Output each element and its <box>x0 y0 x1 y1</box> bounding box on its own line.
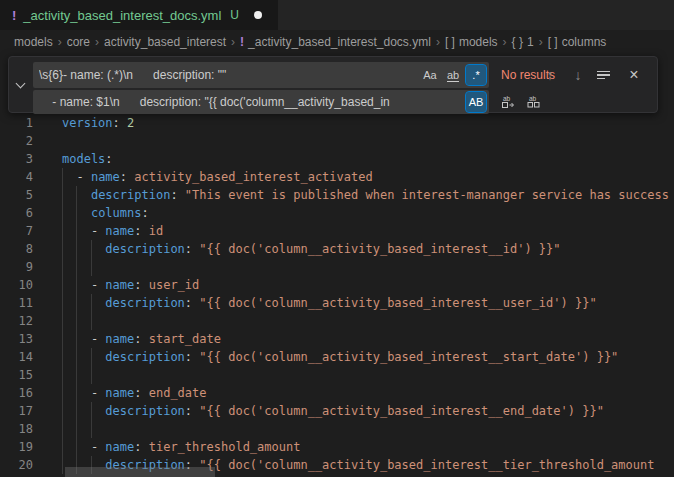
breadcrumb-separator-icon: › <box>436 35 440 49</box>
line-number[interactable]: 9 <box>0 258 45 276</box>
breadcrumb-separator-icon: › <box>539 35 543 49</box>
find-input-box: Aa ab .* <box>33 62 489 88</box>
breadcrumb-item-_activity_based_interest_docs.yml[interactable]: !_activity_based_interest_docs.yml <box>240 35 431 49</box>
replace-all-button[interactable]: ab <box>525 93 543 111</box>
line-number[interactable]: 1 <box>0 114 45 132</box>
code-line[interactable]: 11 description: "{{ doc('column__activit… <box>0 294 674 312</box>
breadcrumb-item-core[interactable]: core <box>67 35 90 49</box>
line-number[interactable]: 13 <box>0 330 45 348</box>
line-number[interactable]: 8 <box>0 240 45 258</box>
match-case-button[interactable]: Aa <box>420 65 440 85</box>
indent-guide <box>76 204 77 222</box>
code-lines: 1version: 223models:4 - name: activity_b… <box>0 114 674 474</box>
breadcrumb-label: 1 <box>527 35 534 49</box>
code-line[interactable]: 15 <box>0 366 674 384</box>
breadcrumb: models›core›activity_based_interest›!_ac… <box>0 30 674 54</box>
indent-guide <box>76 276 77 294</box>
code-line[interactable]: 14 description: "{{ doc('column__activit… <box>0 348 674 366</box>
indent-guide <box>62 186 63 204</box>
breadcrumb-label: _activity_based_interest_docs.yml <box>248 35 431 49</box>
replace-input[interactable] <box>33 95 466 109</box>
breadcrumb-item-1[interactable]: { }1 <box>512 35 534 49</box>
line-number[interactable]: 10 <box>0 276 45 294</box>
code-line[interactable]: 12 <box>0 312 674 330</box>
breadcrumb-separator-icon: › <box>58 35 62 49</box>
close-find-widget-button[interactable]: × <box>625 66 643 84</box>
line-number[interactable]: 3 <box>0 150 45 168</box>
indent-guide <box>91 258 92 276</box>
line-number[interactable]: 6 <box>0 204 45 222</box>
line-number[interactable]: 19 <box>0 438 45 456</box>
code-line[interactable]: 19 - name: tier_threshold_amount <box>0 438 674 456</box>
line-number[interactable]: 5 <box>0 186 45 204</box>
code-line[interactable]: 6 columns: <box>0 204 674 222</box>
indent-guide <box>76 222 77 240</box>
find-previous-button[interactable]: ↑ <box>541 66 559 84</box>
code-line[interactable]: 10 - name: user_id <box>0 276 674 294</box>
code-content <box>45 132 674 150</box>
tab-title: _activity_based_interest_docs.yml <box>23 8 221 23</box>
indent-guide <box>76 312 77 330</box>
line-number[interactable]: 16 <box>0 384 45 402</box>
tab-bar: ! _activity_based_interest_docs.yml U <box>0 0 674 30</box>
line-number[interactable]: 2 <box>0 132 45 150</box>
code-line[interactable]: 16 - name: end_date <box>0 384 674 402</box>
unsaved-changes-dot[interactable] <box>254 11 262 19</box>
find-next-button[interactable]: ↓ <box>569 66 587 84</box>
code-content: - name: tier_threshold_amount <box>45 438 674 456</box>
regex-button[interactable]: .* <box>466 65 486 85</box>
symbol-object-icon: { } <box>512 35 523 49</box>
toggle-replace-button[interactable] <box>9 57 31 112</box>
preserve-case-button[interactable]: AB <box>466 92 486 112</box>
code-line[interactable]: 9 <box>0 258 674 276</box>
replace-input-box: AB <box>33 90 489 114</box>
code-line[interactable]: 18 <box>0 420 674 438</box>
code-content: description: "{{ doc('column__activity_b… <box>45 240 674 258</box>
tab-activity-based-interest-docs[interactable]: ! _activity_based_interest_docs.yml U <box>0 0 278 30</box>
line-number[interactable]: 7 <box>0 222 45 240</box>
breadcrumb-item-activity_based_interest[interactable]: activity_based_interest <box>104 35 226 49</box>
breadcrumb-item-models[interactable]: models <box>14 35 53 49</box>
code-line[interactable]: 7 - name: id <box>0 222 674 240</box>
replace-button[interactable]: ab <box>499 93 517 111</box>
code-line[interactable]: 13 - name: start_date <box>0 330 674 348</box>
code-line[interactable]: 17 description: "{{ doc('column__activit… <box>0 402 674 420</box>
indent-guide <box>91 402 92 420</box>
code-content <box>45 366 674 384</box>
line-number[interactable]: 4 <box>0 168 45 186</box>
indent-guide <box>91 294 92 312</box>
breadcrumb-separator-icon: › <box>503 35 507 49</box>
line-number[interactable]: 18 <box>0 420 45 438</box>
breadcrumb-item-columns[interactable]: [ ]columns <box>548 35 607 49</box>
indent-guide <box>76 420 77 438</box>
indent-guide <box>62 438 63 456</box>
line-number[interactable]: 20 <box>0 456 45 474</box>
yaml-file-icon: ! <box>240 35 244 49</box>
code-line[interactable]: 2 <box>0 132 674 150</box>
line-number[interactable]: 14 <box>0 348 45 366</box>
line-number[interactable]: 11 <box>0 294 45 312</box>
line-number[interactable]: 17 <box>0 402 45 420</box>
code-line[interactable]: 1version: 2 <box>0 114 674 132</box>
find-in-selection-button[interactable] <box>597 66 615 84</box>
find-input[interactable] <box>33 68 420 82</box>
code-content: description: "{{ doc('column__activity_b… <box>45 402 674 420</box>
code-line[interactable]: 8 description: "{{ doc('column__activity… <box>0 240 674 258</box>
indent-guide <box>62 258 63 276</box>
svg-text:ab: ab <box>529 95 537 102</box>
line-number[interactable]: 15 <box>0 366 45 384</box>
git-untracked-badge: U <box>230 8 239 22</box>
indent-guide <box>62 402 63 420</box>
code-line[interactable]: 3models: <box>0 150 674 168</box>
whole-word-button[interactable]: ab <box>443 65 463 85</box>
indent-guide <box>62 456 63 474</box>
editor: 1version: 223models:4 - name: activity_b… <box>0 54 674 477</box>
code-line[interactable]: 4 - name: activity_based_interest_activa… <box>0 168 674 186</box>
indent-guide <box>62 168 63 186</box>
code-line[interactable]: 5 description: "This event is published … <box>0 186 674 204</box>
breadcrumb-label: models <box>14 35 53 49</box>
breadcrumb-separator-icon: › <box>95 35 99 49</box>
breadcrumb-item-models[interactable]: [ ]models <box>445 35 498 49</box>
line-number[interactable]: 12 <box>0 312 45 330</box>
horizontal-scrollbar-thumb[interactable] <box>65 467 215 477</box>
